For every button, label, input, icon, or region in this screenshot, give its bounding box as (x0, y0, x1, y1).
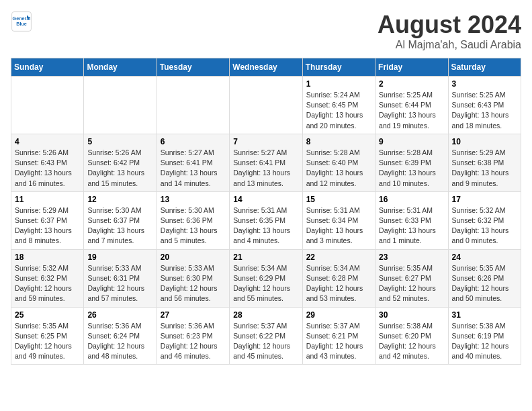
day-number: 4 (15, 137, 80, 146)
day-info: Sunrise: 5:31 AM Sunset: 6:33 PM Dayligh… (379, 205, 444, 246)
day-cell: 6Sunrise: 5:27 AM Sunset: 6:41 PM Daylig… (157, 134, 229, 191)
day-info: Sunrise: 5:33 AM Sunset: 6:31 PM Dayligh… (87, 263, 152, 304)
day-info: Sunrise: 5:31 AM Sunset: 6:34 PM Dayligh… (306, 205, 371, 246)
day-info: Sunrise: 5:37 AM Sunset: 6:22 PM Dayligh… (233, 321, 298, 362)
day-cell: 26Sunrise: 5:36 AM Sunset: 6:24 PM Dayli… (84, 307, 157, 365)
day-number: 8 (306, 137, 371, 146)
day-info: Sunrise: 5:30 AM Sunset: 6:36 PM Dayligh… (161, 205, 226, 246)
day-number: 24 (452, 253, 517, 262)
day-info: Sunrise: 5:30 AM Sunset: 6:37 PM Dayligh… (87, 205, 152, 246)
day-cell: 17Sunrise: 5:32 AM Sunset: 6:32 PM Dayli… (448, 191, 521, 249)
day-cell: 12Sunrise: 5:30 AM Sunset: 6:37 PM Dayli… (84, 191, 157, 249)
day-number: 11 (15, 195, 80, 204)
day-cell: 25Sunrise: 5:35 AM Sunset: 6:25 PM Dayli… (11, 307, 84, 365)
day-cell: 22Sunrise: 5:34 AM Sunset: 6:28 PM Dayli… (302, 249, 375, 307)
day-cell: 5Sunrise: 5:26 AM Sunset: 6:42 PM Daylig… (84, 134, 157, 191)
day-cell (11, 77, 84, 134)
day-cell: 24Sunrise: 5:35 AM Sunset: 6:26 PM Dayli… (448, 249, 521, 307)
week-row-2: 4Sunrise: 5:26 AM Sunset: 6:43 PM Daylig… (11, 134, 521, 191)
day-number: 15 (306, 195, 371, 204)
day-info: Sunrise: 5:25 AM Sunset: 6:44 PM Dayligh… (379, 90, 444, 131)
day-info: Sunrise: 5:28 AM Sunset: 6:39 PM Dayligh… (379, 148, 444, 189)
day-info: Sunrise: 5:34 AM Sunset: 6:28 PM Dayligh… (306, 263, 371, 304)
day-number: 30 (379, 310, 444, 320)
header-monday: Monday (84, 58, 157, 77)
day-info: Sunrise: 5:33 AM Sunset: 6:30 PM Dayligh… (161, 263, 226, 304)
day-number: 18 (15, 253, 80, 262)
day-info: Sunrise: 5:35 AM Sunset: 6:27 PM Dayligh… (379, 263, 444, 304)
day-cell: 13Sunrise: 5:30 AM Sunset: 6:36 PM Dayli… (157, 191, 229, 249)
day-number: 17 (452, 195, 517, 204)
week-row-1: 1Sunrise: 5:24 AM Sunset: 6:45 PM Daylig… (11, 77, 521, 134)
day-number: 27 (161, 310, 226, 320)
day-info: Sunrise: 5:29 AM Sunset: 6:37 PM Dayligh… (15, 205, 80, 246)
day-number: 20 (161, 253, 226, 262)
day-cell: 20Sunrise: 5:33 AM Sunset: 6:30 PM Dayli… (157, 249, 229, 307)
header-friday: Friday (375, 58, 448, 77)
page-header: General Blue August 2024 Al Majma'ah, Sa… (11, 11, 521, 51)
day-info: Sunrise: 5:29 AM Sunset: 6:38 PM Dayligh… (452, 148, 517, 189)
day-number: 26 (87, 310, 152, 320)
svg-text:Blue: Blue (16, 21, 27, 27)
day-info: Sunrise: 5:25 AM Sunset: 6:43 PM Dayligh… (452, 90, 517, 131)
main-title: August 2024 (378, 11, 521, 39)
day-info: Sunrise: 5:38 AM Sunset: 6:20 PM Dayligh… (379, 321, 444, 362)
day-number: 28 (233, 310, 298, 320)
day-number: 5 (87, 137, 152, 146)
day-number: 6 (161, 137, 226, 146)
day-number: 19 (87, 253, 152, 262)
day-cell: 7Sunrise: 5:27 AM Sunset: 6:41 PM Daylig… (230, 134, 302, 191)
day-number: 13 (161, 195, 226, 204)
day-cell: 11Sunrise: 5:29 AM Sunset: 6:37 PM Dayli… (11, 191, 84, 249)
day-cell: 29Sunrise: 5:37 AM Sunset: 6:21 PM Dayli… (302, 307, 375, 365)
day-cell: 31Sunrise: 5:38 AM Sunset: 6:19 PM Dayli… (448, 307, 521, 365)
day-info: Sunrise: 5:31 AM Sunset: 6:35 PM Dayligh… (233, 205, 298, 246)
day-number: 2 (379, 79, 444, 89)
day-cell: 19Sunrise: 5:33 AM Sunset: 6:31 PM Dayli… (84, 249, 157, 307)
day-info: Sunrise: 5:35 AM Sunset: 6:26 PM Dayligh… (452, 263, 517, 304)
day-info: Sunrise: 5:32 AM Sunset: 6:32 PM Dayligh… (452, 205, 517, 246)
week-row-4: 18Sunrise: 5:32 AM Sunset: 6:32 PM Dayli… (11, 249, 521, 307)
day-info: Sunrise: 5:35 AM Sunset: 6:25 PM Dayligh… (15, 321, 80, 362)
title-area: August 2024 Al Majma'ah, Saudi Arabia (378, 11, 521, 51)
day-cell (157, 77, 229, 134)
day-cell: 1Sunrise: 5:24 AM Sunset: 6:45 PM Daylig… (302, 77, 375, 134)
day-number: 9 (379, 137, 444, 146)
day-info: Sunrise: 5:32 AM Sunset: 6:32 PM Dayligh… (15, 263, 80, 304)
day-info: Sunrise: 5:24 AM Sunset: 6:45 PM Dayligh… (306, 90, 371, 131)
day-cell: 10Sunrise: 5:29 AM Sunset: 6:38 PM Dayli… (448, 134, 521, 191)
calendar-table: SundayMondayTuesdayWednesdayThursdayFrid… (11, 58, 521, 365)
header-thursday: Thursday (302, 58, 375, 77)
day-cell: 14Sunrise: 5:31 AM Sunset: 6:35 PM Dayli… (230, 191, 302, 249)
day-cell: 2Sunrise: 5:25 AM Sunset: 6:44 PM Daylig… (375, 77, 448, 134)
day-info: Sunrise: 5:28 AM Sunset: 6:40 PM Dayligh… (306, 148, 371, 189)
day-info: Sunrise: 5:26 AM Sunset: 6:42 PM Dayligh… (87, 148, 152, 189)
day-cell: 27Sunrise: 5:36 AM Sunset: 6:23 PM Dayli… (157, 307, 229, 365)
day-number: 29 (306, 310, 371, 320)
logo: General Blue (11, 11, 32, 32)
day-info: Sunrise: 5:38 AM Sunset: 6:19 PM Dayligh… (452, 321, 517, 362)
day-number: 12 (87, 195, 152, 204)
day-cell: 18Sunrise: 5:32 AM Sunset: 6:32 PM Dayli… (11, 249, 84, 307)
logo-icon: General Blue (11, 11, 32, 32)
day-number: 23 (379, 253, 444, 262)
week-row-3: 11Sunrise: 5:29 AM Sunset: 6:37 PM Dayli… (11, 191, 521, 249)
day-info: Sunrise: 5:36 AM Sunset: 6:24 PM Dayligh… (87, 321, 152, 362)
day-number: 16 (379, 195, 444, 204)
day-cell: 16Sunrise: 5:31 AM Sunset: 6:33 PM Dayli… (375, 191, 448, 249)
day-cell: 23Sunrise: 5:35 AM Sunset: 6:27 PM Dayli… (375, 249, 448, 307)
day-cell: 21Sunrise: 5:34 AM Sunset: 6:29 PM Dayli… (230, 249, 302, 307)
day-number: 21 (233, 253, 298, 262)
day-cell: 28Sunrise: 5:37 AM Sunset: 6:22 PM Dayli… (230, 307, 302, 365)
day-info: Sunrise: 5:26 AM Sunset: 6:43 PM Dayligh… (15, 148, 80, 189)
header-saturday: Saturday (448, 58, 521, 77)
day-number: 14 (233, 195, 298, 204)
day-cell: 30Sunrise: 5:38 AM Sunset: 6:20 PM Dayli… (375, 307, 448, 365)
day-cell: 3Sunrise: 5:25 AM Sunset: 6:43 PM Daylig… (448, 77, 521, 134)
day-number: 22 (306, 253, 371, 262)
day-cell: 8Sunrise: 5:28 AM Sunset: 6:40 PM Daylig… (302, 134, 375, 191)
day-cell (84, 77, 157, 134)
day-cell: 4Sunrise: 5:26 AM Sunset: 6:43 PM Daylig… (11, 134, 84, 191)
day-info: Sunrise: 5:27 AM Sunset: 6:41 PM Dayligh… (233, 148, 298, 189)
day-cell: 15Sunrise: 5:31 AM Sunset: 6:34 PM Dayli… (302, 191, 375, 249)
